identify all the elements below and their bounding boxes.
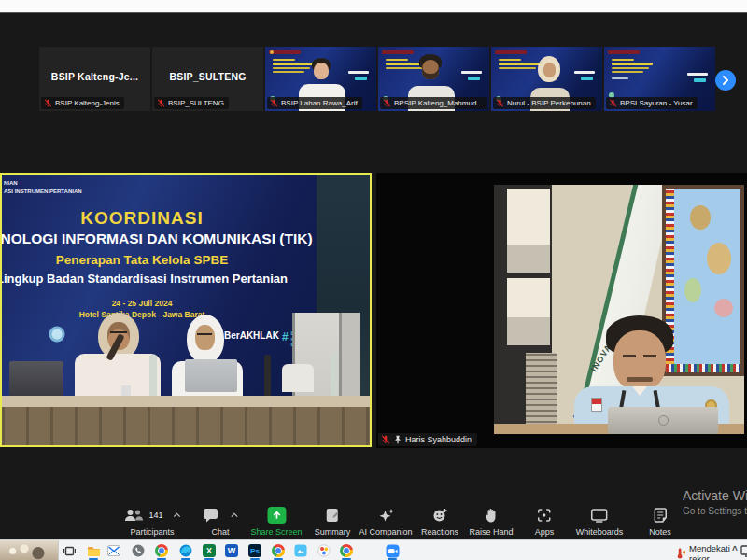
remote-speaker-video: INOVASI — [494, 185, 744, 434]
radiator — [526, 353, 557, 434]
laptop-left — [9, 361, 63, 396]
participant-name-tag: BSIP Lahan Rawa_Arif — [267, 97, 362, 109]
reactions-button[interactable]: Reactions — [421, 507, 458, 537]
participants-button[interactable]: 141 Participants — [123, 507, 180, 537]
mic-muted-icon — [381, 435, 390, 444]
participant-thumbnail[interactable]: BPSIP Kalteng_Mahmud... — [378, 47, 489, 111]
laptop — [608, 407, 718, 434]
share-screen-icon — [267, 507, 286, 524]
background-window-strip — [0, 0, 747, 13]
share-screen-button[interactable]: Share Screen — [250, 507, 302, 537]
conference-table — [2, 396, 370, 407]
participant-display-name: BSIP_SULTENG — [152, 71, 263, 82]
chrome-icon[interactable] — [154, 543, 169, 558]
speaker-name-tag: Haris Syahbuddin — [378, 433, 477, 446]
raise-hand-icon — [486, 508, 498, 523]
ministry-logo — [49, 326, 65, 343]
chrome-profile-2-icon[interactable] — [271, 543, 286, 558]
apps-button[interactable]: Apps — [535, 507, 555, 537]
activate-windows-watermark: Activate Windows Go to Settings to activ… — [683, 488, 747, 516]
glasses — [110, 331, 127, 333]
windows-taskbar: X W Ps Mendekati rekor ^ — [0, 539, 747, 560]
zoom-app-icon[interactable] — [385, 543, 400, 558]
chevron-up-icon[interactable] — [231, 512, 238, 518]
indonesia-flag-patch — [591, 398, 602, 412]
participants-icon — [123, 509, 144, 523]
participant-thumbnail[interactable]: Nurul - BSIP Perkebunan — [491, 47, 602, 111]
participants-count: 141 — [148, 511, 162, 520]
whiteboards-icon — [591, 509, 608, 523]
chat-icon — [203, 509, 218, 523]
pin-icon — [393, 435, 402, 444]
paint-3d-icon[interactable] — [317, 543, 331, 558]
eyebrow — [643, 355, 656, 357]
participant-thumbnail[interactable]: BSIP Lahan Rawa_Arif — [265, 47, 376, 111]
chevron-up-icon[interactable] — [174, 512, 181, 518]
participant-name-tag: Nurul - BSIP Perkebunan — [493, 97, 596, 109]
summary-button[interactable]: Summary — [315, 507, 351, 537]
ai-companion-icon — [377, 508, 394, 524]
eyebrow — [623, 355, 636, 357]
mic-muted-icon — [496, 99, 504, 107]
table-microphone — [264, 355, 271, 396]
apps-icon — [537, 508, 552, 523]
zoom-meeting-window: BSIP Kalteng-Je... BSIP Kalteng-Jenis BS… — [0, 0, 747, 560]
glasses — [197, 333, 212, 335]
laptop-logo — [658, 415, 669, 426]
notes-icon — [654, 508, 667, 523]
conference-table-skirt — [2, 407, 370, 445]
map-flag-border — [666, 364, 740, 372]
world-map-poster — [662, 185, 744, 376]
mic-muted-icon — [44, 99, 52, 107]
mic-muted-icon — [270, 99, 278, 107]
laptop-right — [185, 359, 237, 392]
next-page-button[interactable] — [715, 70, 736, 91]
chat-button[interactable]: Chat — [203, 507, 238, 537]
chair — [282, 364, 314, 392]
drinking-glass — [121, 385, 131, 396]
participant-thumbnail[interactable]: BSIP_SULTENG BSIP_SULTENG — [152, 47, 263, 111]
banner-date: 24 - 25 Juli 2024 — [0, 299, 347, 308]
water-bottle — [149, 355, 157, 396]
ai-companion-button[interactable]: AI Companion — [359, 507, 412, 537]
participant-name-tag: BSIP Kalteng-Jenis — [41, 97, 124, 109]
word-icon[interactable]: W — [224, 543, 239, 558]
banner-title-2: TEKNOLOGI INFORMASI DAN KOMUNIKASI (TIK) — [0, 231, 347, 247]
participant-name-tag: BPSIP Kalteng_Mahmud... — [380, 97, 487, 109]
tray-show-hidden-icons[interactable]: ^ — [732, 545, 738, 555]
excel-icon[interactable]: X — [202, 543, 217, 558]
chevron-right-icon — [721, 76, 730, 85]
mic-muted-icon — [383, 99, 391, 107]
mic-muted-icon — [609, 99, 617, 107]
mail-icon[interactable] — [106, 543, 121, 558]
participant-thumbnail[interactable]: BSIP Kalteng-Je... BSIP Kalteng-Jenis — [39, 47, 150, 111]
network-display-icon[interactable] — [740, 543, 747, 558]
mustache — [627, 377, 653, 382]
reactions-icon — [432, 508, 448, 523]
file-explorer-icon[interactable] — [86, 543, 101, 558]
participant-name-tag: BSIP_SULTENG — [154, 97, 229, 109]
chrome-profile-3-icon[interactable] — [339, 543, 354, 558]
edge-icon[interactable] — [178, 543, 193, 558]
water-bottle — [331, 353, 338, 396]
participant-thumbnail[interactable]: BPSI Sayuran - Yusar — [604, 47, 715, 111]
raise-hand-button[interactable]: Raise Hand — [469, 507, 513, 537]
participant-display-name: BSIP Kalteng-Je... — [39, 71, 150, 82]
summary-icon — [326, 508, 339, 523]
banner-subtitle-2: Lingkup Badan Standardisasi Instrumen Pe… — [0, 272, 347, 286]
photoshop-icon[interactable]: Ps — [247, 543, 262, 558]
whiteboards-button[interactable]: Whiteboards — [576, 507, 624, 537]
main-video-conference-room[interactable]: NIAN ASI INSTRUMEN PERTANIAN KOORDINASI … — [0, 173, 372, 447]
photos-icon[interactable] — [293, 543, 308, 558]
whatsapp-icon[interactable] — [131, 543, 146, 558]
task-view-icon[interactable] — [62, 543, 77, 558]
notes-button[interactable]: Notes — [649, 507, 671, 537]
participant-name-tag: BPSI Sayuran - Yusar — [606, 97, 698, 109]
banner-title-1: KOORDINASI — [0, 208, 347, 229]
mic-muted-icon — [157, 99, 165, 107]
main-video-pane-remote[interactable]: INOVASI — [376, 173, 747, 448]
banner-subtitle-1: Penerapan Tata Kelola SPBE — [0, 253, 347, 267]
thermometer-icon — [676, 547, 685, 560]
desktop-wallpaper-peek[interactable] — [0, 540, 59, 560]
banner-title-block: KOORDINASI TEKNOLOGI INFORMASI DAN KOMUN… — [0, 175, 347, 319]
